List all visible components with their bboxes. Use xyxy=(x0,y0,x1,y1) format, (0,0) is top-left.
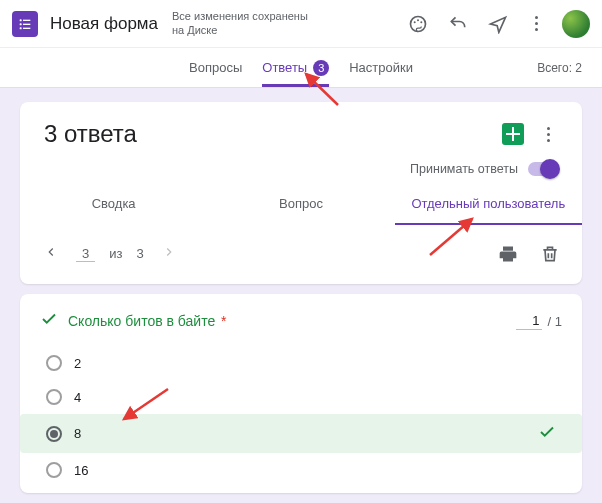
required-star-icon: * xyxy=(217,313,226,329)
sheets-icon[interactable] xyxy=(502,123,524,145)
subtab-summary[interactable]: Сводка xyxy=(20,186,207,225)
responses-count-badge: 3 xyxy=(313,60,329,76)
send-icon[interactable] xyxy=(486,12,510,36)
score-input[interactable] xyxy=(516,312,542,330)
tab-label: Вопросы xyxy=(189,60,242,75)
option-row[interactable]: 2 xyxy=(40,346,562,380)
undo-icon[interactable] xyxy=(446,12,470,36)
svg-rect-0 xyxy=(20,19,22,21)
option-row[interactable]: 8 xyxy=(20,414,582,453)
responses-more-icon[interactable] xyxy=(538,124,558,144)
svg-rect-5 xyxy=(23,27,30,28)
main-tabs: Вопросы Ответы 3 Настройки Всего: 2 xyxy=(0,48,602,88)
accept-responses-toggle[interactable] xyxy=(528,162,558,176)
avatar[interactable] xyxy=(562,10,590,38)
print-icon[interactable] xyxy=(496,242,520,266)
radio-icon xyxy=(46,462,62,478)
option-row[interactable]: 16 xyxy=(40,453,562,487)
score-max: / 1 xyxy=(548,314,562,329)
palette-icon[interactable] xyxy=(406,12,430,36)
svg-point-9 xyxy=(420,21,422,23)
tab-label: Ответы xyxy=(262,60,307,75)
svg-rect-2 xyxy=(20,23,22,25)
tab-responses[interactable]: Ответы 3 xyxy=(262,48,329,87)
svg-rect-4 xyxy=(20,27,22,29)
svg-rect-3 xyxy=(23,23,30,24)
question-card: Сколько битов в байте * / 1 2 4 8 16 xyxy=(20,294,582,493)
radio-icon xyxy=(46,426,62,442)
pager-of-label: из xyxy=(109,246,122,261)
radio-icon xyxy=(46,355,62,371)
svg-rect-1 xyxy=(23,19,30,20)
responses-card: 3 ответа Принимать ответы Сводка Вопрос … xyxy=(20,102,582,284)
radio-icon xyxy=(46,389,62,405)
total-count-label: Всего: 2 xyxy=(537,61,582,75)
correct-check-icon xyxy=(538,423,556,444)
form-title[interactable]: Новая форма xyxy=(50,14,158,34)
svg-point-7 xyxy=(414,21,416,23)
pager-next-icon[interactable] xyxy=(158,241,180,266)
forms-logo-icon xyxy=(12,11,38,37)
correct-check-icon xyxy=(40,310,58,332)
subtab-individual[interactable]: Отдельный пользователь xyxy=(395,186,582,225)
tab-settings[interactable]: Настройки xyxy=(349,48,413,87)
topbar: Новая форма Все изменения сохранены на Д… xyxy=(0,0,602,48)
save-status-text: Все изменения сохранены на Диске xyxy=(172,10,322,36)
option-row[interactable]: 4 xyxy=(40,380,562,414)
question-title-text: Сколько битов в байте xyxy=(68,313,215,329)
pager-total: 3 xyxy=(136,246,143,261)
tab-label: Настройки xyxy=(349,60,413,75)
option-label: 8 xyxy=(74,426,81,441)
pager-current[interactable]: 3 xyxy=(76,246,95,262)
option-label: 16 xyxy=(74,463,88,478)
delete-icon[interactable] xyxy=(538,242,562,266)
more-menu-icon[interactable] xyxy=(526,14,546,34)
pager-prev-icon[interactable] xyxy=(40,241,62,266)
svg-point-6 xyxy=(411,16,426,31)
svg-point-8 xyxy=(417,19,419,21)
subtab-question[interactable]: Вопрос xyxy=(207,186,394,225)
option-label: 2 xyxy=(74,356,81,371)
accept-responses-label: Принимать ответы xyxy=(410,162,518,176)
option-label: 4 xyxy=(74,390,81,405)
tab-questions[interactable]: Вопросы xyxy=(189,48,242,87)
responses-title: 3 ответа xyxy=(44,120,137,148)
question-title: Сколько битов в байте * xyxy=(68,313,227,329)
